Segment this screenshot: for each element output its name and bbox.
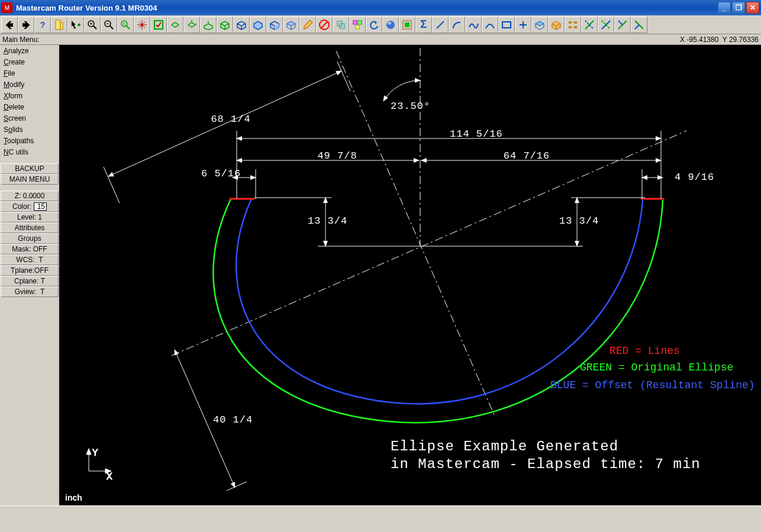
dim-40-14: 40 1/4	[175, 350, 253, 491]
svg-text:49 7/8: 49 7/8	[317, 150, 357, 162]
curve-tool-icon[interactable]	[482, 17, 498, 33]
gview-side-icon[interactable]	[200, 17, 217, 33]
svg-line-76	[227, 482, 247, 491]
gview-status[interactable]: Gview: T	[1, 286, 59, 297]
app-icon: M	[2, 2, 12, 13]
rect-tool-icon[interactable]	[498, 17, 515, 33]
menu-create[interactable]: Create	[0, 56, 59, 67]
arc-tool-icon[interactable]	[449, 17, 465, 33]
delete-icon[interactable]	[316, 17, 333, 33]
svg-text:Y: Y	[92, 448, 98, 459]
repaint-icon[interactable]	[150, 17, 167, 33]
close-button[interactable]: ✕	[746, 2, 759, 14]
point-tool-icon[interactable]	[515, 17, 531, 33]
trim4-icon[interactable]	[631, 17, 647, 33]
window-title: Mastercam Router Version 9.1 MR0304	[16, 4, 718, 12]
note-line-2: in Mastercam - Elapsed time: 7 min	[391, 456, 701, 472]
groups-status[interactable]: Groups	[1, 233, 59, 244]
svg-rect-29	[569, 21, 571, 24]
wcs-status[interactable]: WCS: T	[1, 254, 59, 265]
solid-tool-icon[interactable]	[548, 17, 565, 33]
cplane-top-icon[interactable]	[233, 17, 250, 33]
zoom-target-icon[interactable]: 8	[117, 17, 134, 33]
undo-arrow-icon[interactable]	[366, 17, 382, 33]
help-button[interactable]: ?	[34, 17, 51, 33]
cplane-side-icon[interactable]	[266, 17, 283, 33]
menu-analyze[interactable]: Analyze	[0, 45, 59, 56]
svg-text:114 5/16: 114 5/16	[450, 128, 503, 140]
trim2-icon[interactable]	[598, 17, 614, 33]
attributes-status[interactable]: Attributes	[1, 223, 59, 233]
svg-rect-20	[356, 25, 359, 29]
back-button[interactable]: 🢀	[1, 17, 18, 33]
undo-icon[interactable]	[333, 17, 349, 33]
line-tool-icon[interactable]	[432, 17, 449, 33]
fit-icon[interactable]	[134, 17, 150, 33]
dim-13-l: 13 3/4	[254, 198, 420, 246]
level-status[interactable]: Level: 1	[1, 212, 59, 223]
dim-13-r: 13 3/4	[421, 198, 645, 246]
chain-icon[interactable]	[565, 17, 581, 33]
trim3-icon[interactable]	[614, 17, 631, 33]
cplane-iso-icon[interactable]	[283, 17, 299, 33]
menu-modify[interactable]: Modify	[0, 79, 59, 90]
legend-green: GREEN = Original Ellipse	[580, 362, 733, 373]
trim1-icon[interactable]	[581, 17, 598, 33]
menu-delete[interactable]: Delete	[0, 101, 59, 112]
menu-solids[interactable]: Solids	[0, 124, 59, 135]
zoom-in-icon[interactable]	[84, 17, 101, 33]
status-bar	[0, 505, 761, 532]
cplane-front-icon[interactable]	[250, 17, 266, 33]
svg-rect-0	[56, 20, 60, 30]
svg-text:4 9/16: 4 9/16	[675, 172, 714, 183]
mask-status[interactable]: Mask: OFF	[1, 244, 59, 254]
note-line-1: Ellipse Example Generated	[391, 439, 618, 454]
zoom-out-icon[interactable]	[101, 17, 117, 33]
minimize-button[interactable]: _	[718, 2, 731, 14]
dim-49-64: 49 7/8 64 7/16	[237, 131, 661, 199]
dim-114: 114 5/16	[237, 128, 661, 140]
gview-front-icon[interactable]	[183, 17, 200, 33]
z-status[interactable]: Z: 0.0000	[1, 191, 59, 201]
pencil-icon[interactable]	[299, 17, 316, 33]
ucs-icon: Y X	[86, 448, 112, 482]
gview-iso-icon[interactable]	[217, 17, 233, 33]
svg-rect-32	[575, 26, 577, 28]
dim-angle: 23.50°	[383, 80, 430, 112]
svg-line-25	[437, 21, 444, 28]
drawing-canvas[interactable]: 68 1/4 23.50° 114 5/16 49 7/8 64 7/16	[59, 45, 761, 505]
maximize-button[interactable]: ❐	[732, 2, 745, 14]
main-menu-button[interactable]: MAIN MENU	[1, 174, 59, 185]
file-button[interactable]	[51, 17, 67, 33]
sigma-icon[interactable]: Σ	[415, 17, 432, 33]
menu-screen[interactable]: Screen	[0, 112, 59, 124]
legend-red: RED = Lines	[610, 345, 680, 357]
menu-nc-utils[interactable]: NC utils	[0, 146, 59, 157]
svg-line-3	[93, 26, 96, 29]
gview-top-icon[interactable]	[167, 17, 183, 33]
svg-text:8: 8	[123, 22, 125, 26]
forward-button[interactable]: 🢂	[18, 17, 34, 33]
svg-text:13 3/4: 13 3/4	[559, 215, 599, 227]
units-label: inch	[65, 493, 82, 502]
svg-text:6 5/16: 6 5/16	[201, 168, 241, 179]
svg-text:64 7/16: 64 7/16	[504, 150, 550, 162]
svg-line-42	[635, 25, 639, 29]
backup-button[interactable]: BACKUP	[1, 163, 59, 174]
menu-file[interactable]: File	[0, 67, 59, 79]
svg-text:40 1/4: 40 1/4	[213, 414, 253, 425]
svg-text:X: X	[107, 472, 112, 482]
menu-toolpaths[interactable]: Toolpaths	[0, 135, 59, 146]
tplane-status[interactable]: Tplane:OFF	[1, 265, 59, 276]
clipboard-icon[interactable]	[349, 17, 366, 33]
toolpath-ops-icon[interactable]	[399, 17, 415, 33]
menu-xform[interactable]: Xform	[0, 90, 59, 101]
zoom-cursor-icon[interactable]	[67, 17, 84, 33]
svg-rect-1	[60, 22, 63, 30]
color-status[interactable]: Color:15	[1, 201, 59, 212]
cplane-status[interactable]: Cplane: T	[1, 276, 59, 286]
shade-icon[interactable]	[382, 17, 399, 33]
svg-point-22	[388, 21, 391, 24]
surface-tool-icon[interactable]	[531, 17, 548, 33]
spline-tool-icon[interactable]	[465, 17, 482, 33]
